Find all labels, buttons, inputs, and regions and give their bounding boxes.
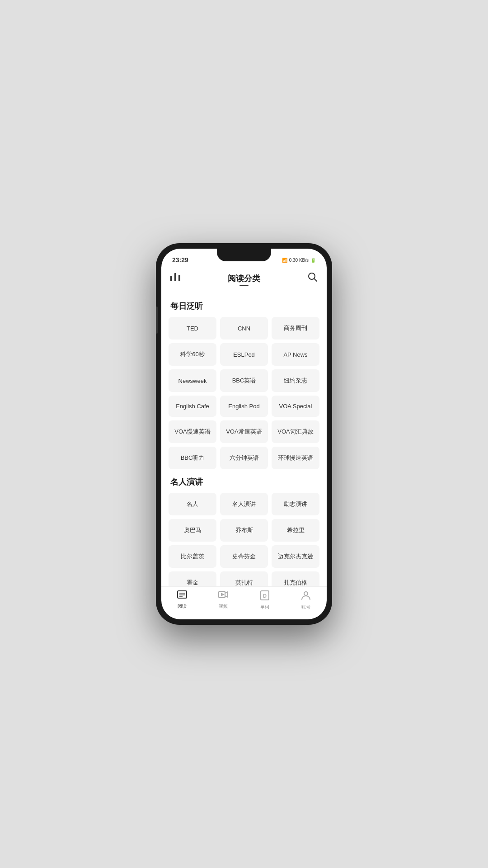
grid-item[interactable]: TED (169, 317, 216, 340)
grid-item[interactable]: 莫扎特 (220, 571, 268, 586)
header: 阅读分类 (161, 269, 327, 290)
grid-item[interactable]: VOA慢速英语 (169, 420, 216, 443)
search-icon[interactable] (308, 272, 318, 284)
grid-item[interactable]: 希拉里 (272, 519, 319, 542)
grid-item[interactable]: English Cafe (169, 396, 216, 417)
grid-item[interactable]: ESLPod (220, 343, 268, 366)
grid-item[interactable]: English Pod (220, 396, 268, 417)
grid-item[interactable]: 迈克尔杰克逊 (272, 545, 319, 568)
grid-item[interactable]: 乔布斯 (220, 519, 268, 542)
content-area: 每日泛听TEDCNN商务周刊科学60秒ESLPodAP NewsNewsweek… (161, 290, 327, 586)
grid-famous-speeches: 名人名人演讲励志演讲奥巴马乔布斯希拉里比尔盖茨史蒂芬金迈克尔杰克逊霍金莫扎特扎克… (169, 493, 319, 586)
grid-item[interactable]: VOA词汇典故 (272, 420, 319, 443)
grid-item[interactable]: 科学60秒 (169, 343, 216, 366)
phone-shell: 23:29 📶 0.30 KB/s 🔋 阅读分类 (156, 243, 332, 625)
signal-icon: 📶 (282, 258, 287, 263)
grid-item[interactable]: BBC英语 (220, 369, 268, 392)
tab-account-icon (301, 590, 311, 603)
svg-marker-10 (221, 593, 225, 596)
signal-text: 0.30 KB/s (289, 258, 309, 263)
grid-item[interactable]: 商务周刊 (272, 317, 319, 340)
grid-item[interactable]: 比尔盖茨 (169, 545, 216, 568)
tab-account[interactable]: 账号 (286, 590, 327, 610)
tab-video[interactable]: 视频 (203, 590, 244, 610)
battery-icon: 🔋 (310, 258, 316, 263)
grid-item[interactable]: 名人 (169, 493, 216, 515)
grid-item[interactable]: 扎克伯格 (272, 571, 319, 586)
stats-icon[interactable] (170, 273, 180, 283)
tab-read-label: 阅读 (178, 603, 187, 609)
grid-item[interactable]: Newsweek (169, 369, 216, 392)
section-title-famous-speeches: 名人演讲 (170, 476, 319, 487)
svg-rect-1 (174, 273, 176, 281)
grid-item[interactable]: 名人演讲 (220, 493, 268, 515)
status-bar: 23:29 📶 0.30 KB/s 🔋 (161, 249, 327, 269)
tab-video-label: 视频 (219, 603, 228, 609)
svg-text:D: D (263, 593, 267, 599)
grid-item[interactable]: 纽约杂志 (272, 369, 319, 392)
grid-item[interactable]: AP News (272, 343, 319, 366)
grid-item[interactable]: 六分钟英语 (220, 447, 268, 469)
phone-screen: 23:29 📶 0.30 KB/s 🔋 阅读分类 (161, 249, 327, 619)
grid-item[interactable]: CNN (220, 317, 268, 340)
tab-word-icon: D (260, 590, 270, 603)
tab-word-label: 单词 (260, 604, 269, 610)
tab-bar: 阅读 视频 D 单词 (161, 586, 327, 619)
page-title: 阅读分类 (228, 273, 260, 284)
grid-item[interactable]: 霍金 (169, 571, 216, 586)
grid-item[interactable]: VOA Special (272, 396, 319, 417)
grid-item[interactable]: 史蒂芬金 (220, 545, 268, 568)
tab-read[interactable]: 阅读 (161, 590, 203, 610)
tab-video-icon (218, 590, 228, 602)
grid-item[interactable]: VOA常速英语 (220, 420, 268, 443)
grid-item[interactable]: 奥巴马 (169, 519, 216, 542)
grid-item[interactable]: BBC听力 (169, 447, 216, 469)
grid-item[interactable]: 励志演讲 (272, 493, 319, 515)
status-icons: 📶 0.30 KB/s 🔋 (282, 258, 316, 263)
grid-daily-listening: TEDCNN商务周刊科学60秒ESLPodAP NewsNewsweekBBC英… (169, 317, 319, 469)
status-time: 23:29 (172, 256, 188, 264)
tab-account-label: 账号 (301, 604, 310, 610)
section-title-daily-listening: 每日泛听 (170, 301, 319, 311)
grid-item[interactable]: 环球慢速英语 (272, 447, 319, 469)
svg-line-4 (314, 279, 317, 282)
svg-point-13 (304, 592, 308, 595)
tab-word[interactable]: D 单词 (244, 590, 286, 610)
svg-rect-0 (170, 276, 172, 281)
svg-rect-2 (178, 275, 180, 281)
tab-read-icon (177, 590, 187, 602)
